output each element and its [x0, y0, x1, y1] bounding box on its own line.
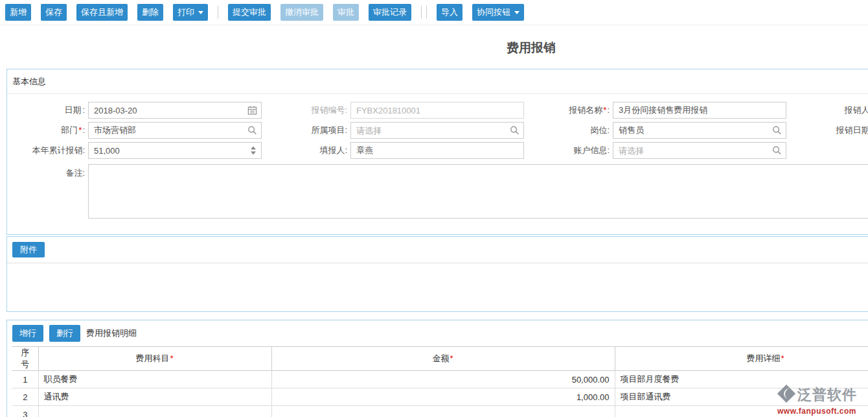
new-button[interactable]: 新增 — [5, 4, 31, 21]
date-input[interactable] — [88, 102, 262, 119]
field-label-claim-person: 报销人: — [799, 104, 868, 116]
number-spinner[interactable] — [251, 147, 256, 155]
expense-claim-page: 新增 保存 保存且新增 删除 打印 提交审批 撤消审批 审批 审批记录 导入 协… — [0, 0, 868, 417]
collaborate-button-label: 协同按钮 — [477, 6, 510, 18]
field-label-date: 日期: — [12, 104, 85, 116]
attachment-toolbar: 附件 — [7, 237, 868, 263]
field-date: 日期: — [12, 102, 275, 119]
field-project: 所属项目: — [275, 122, 537, 139]
print-dropdown-button[interactable]: 打印 — [173, 4, 208, 21]
table-row: 2 通讯费 1,000.00 项目部通讯费 — [12, 388, 868, 406]
add-row-button[interactable]: 增行 — [12, 325, 43, 342]
form-row: 部门*: 所属项目: — [7, 122, 868, 139]
form-row: 日期: 报销编号: 报销名称*: — [7, 102, 868, 119]
search-icon[interactable] — [772, 146, 782, 156]
field-label-account: 账户信息: — [537, 145, 610, 156]
field-reporter: 填报人: — [275, 142, 537, 159]
reporter-input[interactable] — [350, 142, 524, 159]
attachment-button[interactable]: 附件 — [12, 242, 45, 257]
toolbar: 新增 保存 保存且新增 删除 打印 提交审批 撤消审批 审批 审批记录 导入 协… — [0, 0, 868, 25]
field-label-project: 所属项目: — [275, 125, 347, 136]
amount-cell[interactable]: 1,000.00 — [271, 388, 615, 406]
amount-cell[interactable] — [271, 406, 615, 417]
calendar-icon[interactable] — [247, 106, 257, 115]
chevron-down-icon — [198, 11, 203, 14]
spinner-down-icon[interactable] — [251, 152, 256, 155]
column-header-detail: 费用详细* — [615, 347, 868, 371]
field-department: 部门*: — [12, 122, 275, 139]
approve-button: 审批 — [333, 4, 359, 21]
field-empty — [799, 142, 868, 159]
collaborate-dropdown-button[interactable]: 协同按钮 — [472, 4, 524, 21]
field-remark: 备注: — [12, 164, 868, 219]
search-icon[interactable] — [510, 126, 520, 136]
department-input[interactable] — [88, 122, 262, 139]
detail-cell[interactable]: 项目部通讯费 — [615, 388, 868, 406]
claim-name-input[interactable] — [613, 102, 786, 119]
remark-textarea[interactable] — [88, 164, 868, 219]
required-asterisk: * — [169, 353, 174, 363]
approval-record-button[interactable]: 审批记录 — [369, 4, 411, 21]
field-claim-number: 报销编号: — [275, 102, 537, 119]
basic-info-section-title: 基本信息 — [7, 69, 868, 94]
page-title: 费用报销 — [0, 25, 868, 69]
detail-cell[interactable]: 项目部月度餐费 — [615, 371, 868, 388]
column-header-index: 序号 — [12, 347, 38, 371]
required-asterisk: * — [780, 353, 784, 363]
position-input[interactable] — [613, 122, 786, 139]
toolbar-separator — [426, 6, 427, 19]
save-and-new-button[interactable]: 保存且新增 — [76, 4, 128, 21]
form-row: 本年累计报销: 填报人: 账户信息: — [7, 142, 868, 159]
field-position: 岗位: — [537, 122, 799, 139]
delete-row-button[interactable]: 删行 — [49, 325, 80, 342]
cancel-approval-button: 撤消审批 — [280, 4, 323, 21]
field-label-department: 部门*: — [12, 125, 85, 136]
import-button[interactable]: 导入 — [437, 4, 463, 21]
basic-info-section: 基本信息 日期: 报销编号: — [6, 69, 868, 235]
column-header-amount: 金额* — [271, 347, 615, 371]
save-button[interactable]: 保存 — [41, 4, 67, 21]
table-row: 3 — [12, 406, 868, 417]
required-asterisk: * — [449, 353, 453, 363]
row-index-cell: 2 — [12, 388, 38, 406]
submit-approval-button[interactable]: 提交审批 — [228, 4, 271, 21]
project-input[interactable] — [350, 122, 524, 139]
amount-cell[interactable]: 50,000.00 — [271, 371, 615, 388]
row-index-cell: 3 — [12, 406, 38, 417]
detail-cell[interactable] — [615, 406, 868, 417]
print-button-label: 打印 — [177, 6, 194, 18]
table-row: 1 职员餐费 50,000.00 项目部月度餐费 — [12, 371, 868, 388]
expense-detail-table: 序号 费用科目* 金额* 费用详细* 1 职员餐费 50,000.00 项目部月… — [12, 346, 868, 417]
subject-cell[interactable]: 职员餐费 — [38, 371, 271, 388]
toolbar-separator — [218, 6, 218, 19]
attachment-dropzone — [7, 263, 868, 311]
field-label-remark: 备注: — [12, 164, 85, 179]
year-total-input[interactable] — [88, 142, 262, 159]
chevron-down-icon — [514, 11, 520, 14]
subject-cell[interactable]: 通讯费 — [38, 388, 271, 406]
toolbar-separator — [421, 6, 422, 19]
form-row: 备注: — [7, 164, 868, 219]
field-account: 账户信息: — [537, 142, 799, 159]
field-claim-person: 报销人: — [799, 102, 868, 119]
basic-info-form: 日期: 报销编号: 报销名称*: — [7, 94, 868, 234]
field-label-claim-name: 报销名称*: — [537, 104, 610, 116]
field-claim-name: 报销名称*: — [537, 102, 799, 119]
search-icon[interactable] — [772, 126, 782, 136]
column-header-subject: 费用科目* — [38, 347, 271, 371]
field-label-claim-number: 报销编号: — [275, 104, 347, 116]
claim-number-input — [350, 102, 524, 119]
field-label-reporter: 填报人: — [275, 145, 347, 156]
expense-detail-section: 增行 删行 费用报销明细 序号 费用科目* 金额* 费用详细* 1 职 — [6, 320, 868, 417]
field-label-position: 岗位: — [537, 125, 610, 136]
detail-section-title: 费用报销明细 — [86, 328, 137, 339]
delete-button[interactable]: 删除 — [137, 4, 163, 21]
spinner-up-icon[interactable] — [251, 147, 256, 150]
subject-cell[interactable] — [38, 406, 271, 417]
account-input[interactable] — [613, 142, 786, 159]
field-claim-date: 报销日期: — [799, 122, 868, 139]
row-index-cell: 1 — [12, 371, 38, 388]
table-header-row: 序号 费用科目* 金额* 费用详细* — [12, 347, 868, 371]
field-year-total: 本年累计报销: — [12, 142, 275, 159]
search-icon[interactable] — [247, 126, 257, 136]
